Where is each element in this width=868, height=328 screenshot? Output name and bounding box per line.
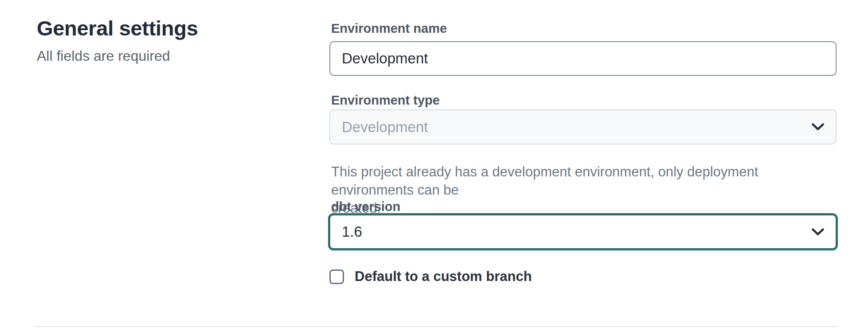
chevron-down-icon [812,228,824,236]
dbt-version-label: dbt version [331,199,400,215]
section-divider [35,326,837,327]
general-settings-page: General settings All fields are required… [0,0,868,328]
page-subtitle: All fields are required [37,47,285,65]
chevron-down-icon [812,123,824,131]
environment-name-label: Environment name [331,20,447,36]
section-header: General settings All fields are required [37,16,285,65]
environment-type-select: Development [329,109,837,144]
custom-branch-label: Default to a custom branch [355,268,532,285]
custom-branch-checkbox[interactable] [329,269,344,284]
dbt-version-select[interactable]: 1.6 [328,213,838,250]
page-title: General settings [37,16,285,41]
dbt-version-value: 1.6 [342,223,362,240]
environment-name-input[interactable] [329,41,837,76]
environment-type-label: Environment type [331,92,440,108]
custom-branch-row: Default to a custom branch [329,268,532,285]
environment-type-helper: This project already has a development e… [331,163,839,217]
environment-type-value: Development [342,119,428,136]
